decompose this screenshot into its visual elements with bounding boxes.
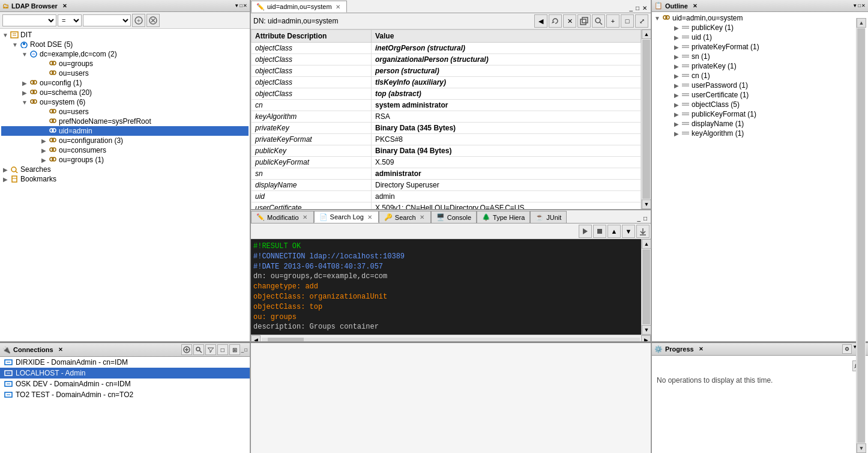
search-tab-close[interactable]: ✕ bbox=[418, 214, 426, 221]
back-button[interactable]: ◀ bbox=[534, 14, 547, 28]
tab-type-hierarchy[interactable]: 🌲 Type Hiera bbox=[477, 211, 530, 223]
tree-item-uidadmin[interactable]: uid=admin bbox=[1, 126, 249, 136]
search-connection-button[interactable] bbox=[193, 344, 204, 355]
connection-item[interactable]: DIRXIDE - DomainAdmin - cn=IDM bbox=[0, 357, 250, 368]
new-connection-button[interactable] bbox=[181, 344, 192, 355]
table-row[interactable]: objectClassinetOrgPerson (structural) bbox=[252, 43, 641, 54]
log-scroll-thumb[interactable] bbox=[642, 249, 650, 324]
expander-dit[interactable]: ▼ bbox=[1, 32, 10, 38]
tree-item-ouconfig2[interactable]: ▶ ou=configuration (3) bbox=[1, 136, 249, 145]
tree-item-ougroups2[interactable]: ▶ ou=groups (1) bbox=[1, 155, 249, 165]
table-row[interactable]: keyAlgorithmRSA bbox=[252, 111, 641, 123]
tree-item-prefnode[interactable]: prefNodeName=sysPrefRoot bbox=[1, 117, 249, 126]
outline-item-expander[interactable]: ▶ bbox=[672, 130, 681, 137]
outline-item-expander[interactable]: ▶ bbox=[672, 92, 681, 99]
connection-item[interactable]: LOCALHOST - Admin bbox=[0, 368, 250, 379]
add-attr-button[interactable]: + bbox=[606, 14, 619, 28]
tree-item-ouconsumers[interactable]: ▶ ou=consumers bbox=[1, 145, 249, 155]
progress-vscrollbar[interactable]: ▲ ▼ bbox=[856, 356, 866, 453]
scroll-down-button[interactable]: ▼ bbox=[642, 199, 651, 209]
table-row[interactable]: objectClasstlsKeyInfo (auxiliary) bbox=[252, 77, 641, 88]
delete-button[interactable]: ✕ bbox=[563, 14, 576, 28]
bottom-minimize-icon[interactable]: _ bbox=[637, 215, 640, 222]
log-hscrollbar[interactable]: ◀ ▶ bbox=[251, 335, 651, 342]
table-row[interactable]: privateKeyBinary Data (345 Bytes) bbox=[252, 123, 641, 134]
outline-item-expander[interactable]: ▶ bbox=[672, 121, 681, 127]
table-row[interactable]: publicKeyBinary Data (94 Bytes) bbox=[252, 145, 641, 157]
editor-minimize-icon[interactable]: _ bbox=[629, 5, 633, 11]
log-vscrollbar[interactable]: ▲ ▼ bbox=[641, 239, 651, 335]
progress-scroll-thumb[interactable] bbox=[857, 356, 865, 443]
scroll-up-button[interactable]: ▲ bbox=[642, 29, 651, 39]
progress-scroll-down[interactable]: ▼ bbox=[857, 443, 866, 453]
outline-maximize-icon[interactable]: □ bbox=[858, 3, 861, 8]
conn-minimize-icon[interactable]: _ bbox=[241, 347, 244, 353]
table-row[interactable]: publicKeyFormatX.509 bbox=[252, 157, 641, 168]
up-button[interactable]: ▲ bbox=[607, 225, 621, 238]
tab-close-uid-admin[interactable]: ✕ bbox=[334, 3, 342, 10]
collapse-connection-button[interactable]: □ bbox=[217, 344, 228, 355]
maximize-icon[interactable]: □ bbox=[240, 3, 243, 8]
log-hleft-button[interactable]: ◀ bbox=[251, 335, 261, 342]
tab-search-log[interactable]: 📄 Search Log ✕ bbox=[314, 211, 379, 223]
outline-item[interactable]: ▶ privateKey (1) bbox=[653, 61, 867, 71]
outline-item[interactable]: ▶ userCertificate (1) bbox=[653, 90, 867, 100]
conn-maximize-icon[interactable]: □ bbox=[244, 347, 247, 353]
outline-item-expander[interactable]: ▶ bbox=[672, 53, 681, 60]
tab-uid-admin[interactable]: ✏️ uid=admin,ou=system ✕ bbox=[251, 1, 347, 13]
table-row[interactable]: cnsystem administrator bbox=[252, 100, 641, 111]
modifications-tab-close[interactable]: ✕ bbox=[301, 214, 309, 221]
outline-item[interactable]: ▶ uid (1) bbox=[653, 32, 867, 42]
connections-close-icon[interactable]: ✕ bbox=[58, 347, 63, 353]
outline-item[interactable]: ▶ displayName (1) bbox=[653, 119, 867, 129]
outline-item-expander[interactable]: ▶ bbox=[672, 25, 681, 31]
expander-searches[interactable]: ▶ bbox=[1, 166, 10, 173]
expander-ouschema[interactable]: ▶ bbox=[20, 90, 29, 96]
outline-item-expander[interactable]: ▶ bbox=[672, 63, 681, 70]
expander-bookmarks[interactable]: ▶ bbox=[1, 176, 10, 183]
outline-item-expander[interactable]: ▶ bbox=[672, 111, 681, 118]
tree-item-bookmarks[interactable]: ▶ Bookmarks bbox=[1, 174, 249, 184]
connection-item[interactable]: TO2 TEST - DomainAdmin - cn=TO2 bbox=[0, 389, 250, 400]
outline-item[interactable]: ▶ keyAlgorithm (1) bbox=[653, 129, 867, 138]
run-button[interactable] bbox=[579, 225, 592, 238]
down-button[interactable]: ▼ bbox=[622, 225, 635, 238]
editor-close-icon[interactable]: ✕ bbox=[642, 5, 647, 11]
filter-value-select[interactable] bbox=[83, 14, 131, 26]
filter-connection-button[interactable] bbox=[205, 344, 216, 355]
tab-search[interactable]: 🔑 Search ✕ bbox=[379, 211, 431, 223]
minimize-icon[interactable]: ▼ bbox=[234, 3, 239, 8]
expander-ouconsumers[interactable]: ▶ bbox=[40, 147, 48, 154]
tree-item-ougroups1[interactable]: ou=groups bbox=[1, 59, 249, 68]
outline-item-expander[interactable]: ▶ bbox=[672, 34, 681, 41]
outline-root[interactable]: ▼ uid=admin,ou=system bbox=[653, 13, 867, 23]
outline-item[interactable]: ▶ privateKeyFormat (1) bbox=[653, 42, 867, 52]
add-filter-button[interactable]: + bbox=[132, 14, 145, 27]
close-icon[interactable]: ✕ bbox=[243, 3, 247, 8]
expander-ouconfig[interactable]: ▶ bbox=[20, 80, 29, 87]
outline-root-expander[interactable]: ▼ bbox=[653, 15, 662, 22]
table-row[interactable]: displayNameDirectory Superuser bbox=[252, 180, 641, 191]
connection-item[interactable]: OSK DEV - DomainAdmin - cn=IDM bbox=[0, 379, 250, 389]
outline-item[interactable]: ▶ cn (1) bbox=[653, 71, 867, 81]
table-row[interactable]: userCertificateX.509v1: CN=Hell,OU=Direc… bbox=[252, 202, 641, 210]
attributes-scrollbar[interactable]: ▲ ▼ bbox=[641, 29, 651, 209]
filter-operator-select[interactable]: = bbox=[58, 14, 82, 26]
search-log-tab-close[interactable]: ✕ bbox=[366, 213, 373, 220]
outline-item[interactable]: ▶ publicKey (1) bbox=[653, 23, 867, 32]
expander-ouconfig2[interactable]: ▶ bbox=[40, 138, 48, 144]
outline-item[interactable]: ▶ userPassword (1) bbox=[653, 81, 867, 90]
export-button[interactable] bbox=[636, 225, 649, 238]
outline-close-icon[interactable]: ✕ bbox=[693, 3, 698, 9]
outline-item[interactable]: ▶ publicKeyFormat (1) bbox=[653, 109, 867, 119]
tree-item-ouschema[interactable]: ▶ ou=schema (20) bbox=[1, 88, 249, 97]
table-row[interactable]: objectClassperson (structural) bbox=[252, 65, 641, 77]
log-hright-button[interactable]: ▶ bbox=[641, 335, 651, 342]
outline-item-expander[interactable]: ▶ bbox=[672, 82, 681, 89]
table-row[interactable]: privateKeyFormatPKCS#8 bbox=[252, 134, 641, 145]
tree-item-searches[interactable]: ▶ Searches bbox=[1, 165, 249, 174]
tab-junit[interactable]: ☕ JUnit bbox=[530, 211, 567, 223]
progress-close-icon[interactable]: ✕ bbox=[699, 346, 704, 352]
editor-restore-icon[interactable]: □ bbox=[636, 5, 639, 11]
tab-console[interactable]: 🖥️ Console bbox=[431, 211, 477, 223]
